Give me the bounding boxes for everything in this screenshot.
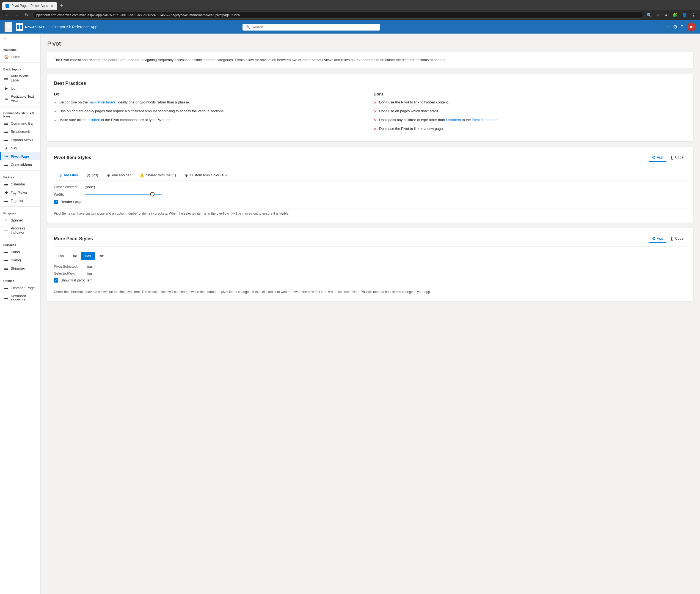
resizable-icon: ▭ bbox=[4, 96, 8, 101]
sidebar-item-keyboard-shortcuts[interactable]: ▬ Keyboard shortcuts bbox=[0, 292, 40, 304]
panel-label: Panel bbox=[11, 250, 20, 254]
view-toggle-buttons: ⚙ App {} Code bbox=[649, 154, 687, 162]
sidebar-item-tag-list[interactable]: ▬ Tag List bbox=[0, 196, 40, 205]
sidebar-item-home[interactable]: 🏠 Home bbox=[0, 53, 40, 61]
tab-bar[interactable]: Bar bbox=[68, 252, 81, 260]
sidebar-item-expand-menu[interactable]: ▬ Expand Menu bbox=[0, 136, 40, 144]
sidebar-item-elevation-page[interactable]: ▬ Elevation Page bbox=[0, 284, 40, 292]
sidebar-item-spinner[interactable]: ○ Spinner bbox=[0, 216, 40, 224]
app-layout: ⊞ Power CAT Creator Kit Reference App 🔍 … bbox=[0, 20, 700, 594]
pivot-item-link[interactable]: PivotItem bbox=[446, 118, 461, 122]
add-button[interactable]: + bbox=[666, 24, 670, 30]
more-code-view-button[interactable]: {} Code bbox=[668, 235, 687, 243]
address-bar[interactable]: pplatform.crm.dynamics.com/main.aspx?app… bbox=[32, 11, 643, 19]
content-area: Pivot The Pivot control and related tabs… bbox=[41, 34, 700, 594]
spinner-icon: ○ bbox=[4, 218, 8, 222]
clock-icon: ◷ bbox=[87, 173, 90, 177]
dont-item-4: ✕ Don't use the Pivot to link to a new p… bbox=[374, 126, 687, 132]
sidebar-item-breadcrumb[interactable]: ▬ Breadcrumb bbox=[0, 127, 40, 136]
sidebar-item-nav[interactable]: ▲ Nav bbox=[0, 144, 40, 152]
code-icon: {} bbox=[671, 155, 674, 160]
section-progress: Progress bbox=[0, 208, 40, 216]
sidebar-item-context-menu[interactable]: ▬ ContextMenu bbox=[0, 160, 40, 169]
svg-rect-2 bbox=[17, 27, 19, 29]
panel-icon: ▬ bbox=[4, 250, 8, 254]
sidebar-item-progress-indicator[interactable]: — Progress Indicator bbox=[0, 224, 40, 236]
render-large-checkbox[interactable]: ✓ bbox=[54, 200, 58, 204]
code-view-button[interactable]: {} Code bbox=[668, 154, 687, 162]
keyboard-shortcuts-label: Keyboard shortcuts bbox=[11, 294, 37, 302]
my-files-label: My Files bbox=[64, 173, 78, 177]
sidebar-item-tag-picker[interactable]: ◆ Tag Picker bbox=[0, 188, 40, 196]
sidebar-item-pivot-page[interactable]: ••• Pivot Page bbox=[0, 152, 40, 160]
pivot-tab-23[interactable]: ◷ (23) bbox=[82, 171, 103, 180]
sidebar-item-dialog[interactable]: ▬ Dialog bbox=[0, 256, 40, 264]
waffle-icon-button[interactable]: ⊞ bbox=[4, 22, 12, 32]
tab-bar: Pivot Page - Power Apps ✕ + bbox=[0, 0, 700, 10]
sidebar-hamburger[interactable]: ≡ bbox=[0, 34, 40, 45]
my-files-icon: ☺ bbox=[58, 173, 62, 177]
app-name: Creator Kit Reference App bbox=[49, 25, 97, 29]
auto-width-icon: ▬ bbox=[4, 76, 8, 80]
sidebar-item-shimmer[interactable]: ▬ Shimmer bbox=[0, 264, 40, 272]
sidebar-item-panel[interactable]: ▬ Panel bbox=[0, 248, 40, 256]
header-actions: + ⚙ ? JD bbox=[666, 23, 696, 31]
dont-item-1: ✕ Don't use the Pivot to link to hidden … bbox=[374, 100, 687, 106]
sidebar-item-icon[interactable]: ▶ Icon bbox=[0, 84, 40, 93]
tab-bas[interactable]: Bas bbox=[81, 252, 95, 260]
pivot-tab-custom-color[interactable]: ⊕ Custom Icon Color (10) bbox=[180, 171, 231, 180]
dont-item-2: ✕ Don't use on pages which don't scroll. bbox=[374, 108, 687, 114]
show-first-checkbox[interactable]: ✓ bbox=[54, 278, 58, 283]
pivot-styles-title: Pivot Item Styles bbox=[54, 155, 91, 160]
search-input[interactable] bbox=[252, 25, 377, 29]
children-link[interactable]: children bbox=[88, 118, 100, 122]
pivot-tab-shared[interactable]: 🔔 Shared with me (1) bbox=[135, 171, 180, 180]
header-search[interactable]: 🔍 bbox=[243, 24, 380, 31]
divider-3 bbox=[0, 170, 40, 171]
app-icon: ⚙ bbox=[652, 155, 656, 160]
pivot-tab-my-files[interactable]: ☺ My Files bbox=[54, 171, 82, 180]
cross-icon-1: ✕ bbox=[374, 100, 377, 106]
cross-icon-3: ✕ bbox=[374, 118, 377, 123]
help-button[interactable]: ? bbox=[681, 24, 684, 30]
pivot-selected-label: Pivot Selected: bbox=[54, 185, 81, 189]
new-tab-button[interactable]: + bbox=[58, 2, 65, 10]
bookmark-icon-btn[interactable]: ☆ bbox=[655, 11, 661, 19]
refresh-button[interactable]: ↻ bbox=[23, 11, 30, 19]
menu-icon-btn[interactable]: ⋮ bbox=[690, 11, 697, 19]
forward-button[interactable]: → bbox=[13, 11, 21, 19]
pivot-component-link[interactable]: Pivot component bbox=[472, 118, 498, 122]
app-view-button[interactable]: ⚙ App bbox=[649, 154, 666, 162]
active-tab[interactable]: Pivot Page - Power Apps ✕ bbox=[2, 2, 57, 10]
avatar[interactable]: JD bbox=[687, 23, 696, 31]
cross-icon-4: ✕ bbox=[374, 126, 377, 132]
extensions-icon-btn[interactable]: 🧩 bbox=[671, 11, 678, 19]
section-utilities: Utilities bbox=[0, 276, 40, 284]
expand-menu-label: Expand Menu bbox=[11, 138, 33, 142]
width-slider[interactable] bbox=[85, 194, 162, 195]
sidebar-item-resizable-text[interactable]: ▭ Resizable Text Area bbox=[0, 93, 40, 104]
context-menu-icon: ▬ bbox=[4, 162, 8, 167]
logo-icon bbox=[16, 23, 23, 31]
command-bar-icon: ▬ bbox=[4, 121, 8, 126]
elevation-page-label: Elevation Page bbox=[11, 286, 35, 290]
tab-biz[interactable]: Biz bbox=[95, 252, 107, 260]
settings-button[interactable]: ⚙ bbox=[673, 24, 677, 30]
more-app-view-button[interactable]: ⚙ App bbox=[649, 235, 666, 243]
tab-foo[interactable]: Foo bbox=[54, 252, 68, 260]
tab-close-icon[interactable]: ✕ bbox=[50, 4, 54, 8]
sidebar-item-auto-width-label[interactable]: ▬ Auto Width Label bbox=[0, 72, 40, 84]
search-icon-btn[interactable]: 🔍 bbox=[645, 11, 653, 19]
resizable-label: Resizable Text Area bbox=[11, 94, 37, 103]
sidebar-item-calendar[interactable]: ▬ Calendar bbox=[0, 180, 40, 188]
profile-icon-btn[interactable]: 👤 bbox=[681, 11, 688, 19]
sidebar-item-command-bar[interactable]: ▬ Command Bar bbox=[0, 119, 40, 127]
check-icon-2: ✓ bbox=[54, 109, 57, 114]
pivot-tab-placeholder[interactable]: ⊕ Placeholder bbox=[103, 171, 135, 180]
tab-23-label: (23) bbox=[92, 173, 98, 177]
back-button[interactable]: ← bbox=[3, 11, 11, 19]
star-icon-btn[interactable]: ★ bbox=[663, 11, 669, 19]
nav-labels-link[interactable]: navigation labels bbox=[89, 100, 115, 104]
section-welcome: Welcome bbox=[0, 45, 40, 53]
intro-card: The Pivot control and related tabs patte… bbox=[47, 52, 693, 68]
